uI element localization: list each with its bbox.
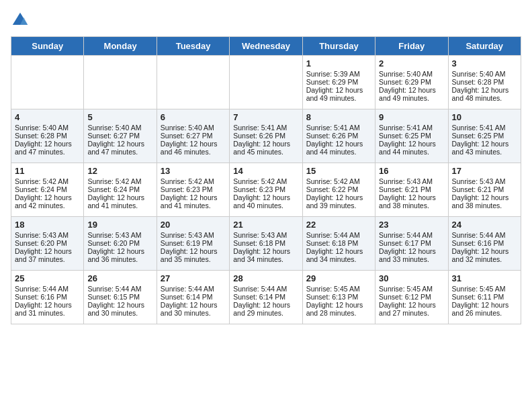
day-info: Daylight: 12 hours <box>87 247 152 255</box>
calendar-cell <box>230 56 302 109</box>
day-info: and 49 minutes. <box>379 94 444 102</box>
day-header-tuesday: Tuesday <box>157 37 229 56</box>
calendar-cell: 8Sunrise: 5:41 AMSunset: 6:26 PMDaylight… <box>302 109 375 163</box>
calendar-cell: 18Sunrise: 5:43 AMSunset: 6:20 PMDayligh… <box>11 217 84 271</box>
calendar-cell: 12Sunrise: 5:42 AMSunset: 6:24 PMDayligh… <box>84 163 157 217</box>
day-info: Sunset: 6:15 PM <box>87 293 152 301</box>
day-info: Sunrise: 5:41 AM <box>379 124 444 132</box>
day-info: Sunset: 6:24 PM <box>15 185 80 193</box>
day-info: Daylight: 12 hours <box>87 140 152 148</box>
day-info: Sunset: 6:18 PM <box>306 239 371 247</box>
day-number: 23 <box>379 220 444 230</box>
day-info: Sunrise: 5:45 AM <box>452 285 517 293</box>
day-number: 9 <box>379 112 444 122</box>
day-number: 17 <box>452 166 517 176</box>
calendar-body: 1Sunrise: 5:39 AMSunset: 6:29 PMDaylight… <box>11 56 521 324</box>
day-info: and 41 minutes. <box>161 201 226 210</box>
day-info: Sunrise: 5:42 AM <box>87 177 152 185</box>
day-info: Sunset: 6:17 PM <box>379 239 444 247</box>
day-number: 7 <box>233 112 298 122</box>
day-info: and 27 minutes. <box>379 309 444 317</box>
day-info: Sunset: 6:22 PM <box>306 185 371 193</box>
day-info: Sunrise: 5:42 AM <box>306 177 371 185</box>
day-info: Daylight: 12 hours <box>452 193 517 201</box>
calendar-cell: 6Sunrise: 5:40 AMSunset: 6:27 PMDaylight… <box>157 109 229 163</box>
day-number: 25 <box>15 273 80 283</box>
day-info: Sunset: 6:25 PM <box>379 132 444 140</box>
day-number: 27 <box>161 273 226 283</box>
calendar-cell: 9Sunrise: 5:41 AMSunset: 6:25 PMDaylight… <box>375 109 448 163</box>
day-info: Daylight: 12 hours <box>233 247 298 255</box>
day-info: Daylight: 12 hours <box>379 247 444 255</box>
day-info: and 30 minutes. <box>161 309 226 317</box>
day-info: Sunrise: 5:44 AM <box>87 285 152 293</box>
day-info: Sunset: 6:23 PM <box>161 185 226 193</box>
day-info: Sunrise: 5:43 AM <box>233 231 298 239</box>
day-number: 26 <box>87 273 152 283</box>
day-info: and 48 minutes. <box>452 94 517 102</box>
calendar-cell <box>84 56 157 109</box>
day-info: Sunrise: 5:42 AM <box>15 177 80 185</box>
day-info: Sunrise: 5:40 AM <box>161 124 226 132</box>
calendar-cell: 20Sunrise: 5:43 AMSunset: 6:19 PMDayligh… <box>157 217 229 271</box>
day-info: and 31 minutes. <box>15 309 80 317</box>
day-info: and 35 minutes. <box>161 255 226 263</box>
calendar-cell: 25Sunrise: 5:44 AMSunset: 6:16 PMDayligh… <box>11 271 84 324</box>
calendar-table: SundayMondayTuesdayWednesdayThursdayFrid… <box>11 36 521 324</box>
day-header-wednesday: Wednesday <box>230 37 302 56</box>
day-info: Daylight: 12 hours <box>452 301 517 309</box>
day-info: Sunrise: 5:44 AM <box>452 231 517 239</box>
day-info: and 42 minutes. <box>15 201 80 210</box>
calendar-week-3: 11Sunrise: 5:42 AMSunset: 6:24 PMDayligh… <box>11 163 521 217</box>
day-info: Daylight: 12 hours <box>379 140 444 148</box>
day-info: Sunrise: 5:39 AM <box>306 70 371 78</box>
day-header-monday: Monday <box>84 37 157 56</box>
calendar-cell: 23Sunrise: 5:44 AMSunset: 6:17 PMDayligh… <box>375 217 448 271</box>
day-info: Sunrise: 5:44 AM <box>161 285 226 293</box>
day-number: 3 <box>452 58 517 68</box>
day-info: Sunset: 6:21 PM <box>452 185 517 193</box>
day-header-saturday: Saturday <box>448 37 521 56</box>
day-info: Sunrise: 5:44 AM <box>379 231 444 239</box>
day-info: and 29 minutes. <box>233 309 298 317</box>
calendar-cell: 3Sunrise: 5:40 AMSunset: 6:28 PMDaylight… <box>448 56 521 109</box>
day-header-thursday: Thursday <box>302 37 375 56</box>
day-number: 11 <box>15 166 80 176</box>
day-number: 14 <box>233 166 298 176</box>
calendar-week-4: 18Sunrise: 5:43 AMSunset: 6:20 PMDayligh… <box>11 217 521 271</box>
day-number: 5 <box>87 112 152 122</box>
day-info: Sunset: 6:18 PM <box>233 239 298 247</box>
day-header-friday: Friday <box>375 37 448 56</box>
day-info: Daylight: 12 hours <box>15 301 80 309</box>
calendar-cell: 10Sunrise: 5:41 AMSunset: 6:25 PMDayligh… <box>448 109 521 163</box>
day-info: Daylight: 12 hours <box>379 86 444 94</box>
day-info: Sunset: 6:12 PM <box>379 293 444 301</box>
day-info: and 47 minutes. <box>87 148 152 156</box>
calendar-cell: 28Sunrise: 5:44 AMSunset: 6:14 PMDayligh… <box>230 271 302 324</box>
day-info: and 40 minutes. <box>233 201 298 210</box>
day-info: Sunrise: 5:40 AM <box>452 70 517 78</box>
calendar-cell <box>157 56 229 109</box>
day-info: and 32 minutes. <box>452 255 517 263</box>
day-number: 29 <box>306 273 371 283</box>
day-info: Daylight: 12 hours <box>161 301 226 309</box>
day-info: Sunrise: 5:43 AM <box>379 177 444 185</box>
calendar-cell: 7Sunrise: 5:41 AMSunset: 6:26 PMDaylight… <box>230 109 302 163</box>
calendar-week-2: 4Sunrise: 5:40 AMSunset: 6:28 PMDaylight… <box>11 109 521 163</box>
day-info: and 43 minutes. <box>452 148 517 156</box>
day-info: Daylight: 12 hours <box>306 301 371 309</box>
day-info: Sunrise: 5:41 AM <box>233 124 298 132</box>
day-number: 4 <box>15 112 80 122</box>
day-info: Sunrise: 5:43 AM <box>452 177 517 185</box>
day-info: Daylight: 12 hours <box>15 193 80 201</box>
day-info: and 44 minutes. <box>379 148 444 156</box>
calendar-cell: 29Sunrise: 5:45 AMSunset: 6:13 PMDayligh… <box>302 271 375 324</box>
day-number: 15 <box>306 166 371 176</box>
day-info: Daylight: 12 hours <box>379 193 444 201</box>
day-info: Sunset: 6:25 PM <box>452 132 517 140</box>
day-info: and 45 minutes. <box>233 148 298 156</box>
day-info: Sunrise: 5:43 AM <box>15 231 80 239</box>
day-number: 20 <box>161 220 226 230</box>
day-info: Sunset: 6:13 PM <box>306 293 371 301</box>
day-number: 12 <box>87 166 152 176</box>
